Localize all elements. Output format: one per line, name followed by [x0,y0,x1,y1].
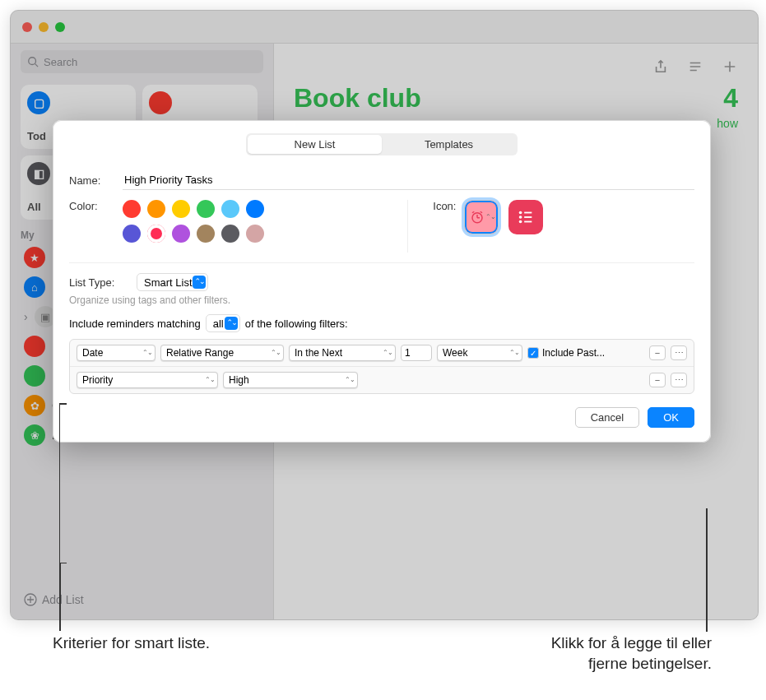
relative-select[interactable]: In the Next [289,345,396,361]
bullet-list-icon [517,208,535,226]
callout-right: Klikk for å legge til eller fjerne betin… [370,633,712,674]
svg-line-15 [480,211,482,213]
filter-table: Date Relative Range In the Next Week ✓ I… [69,339,694,394]
color-swatch-grey[interactable] [221,225,239,243]
svg-point-16 [519,211,522,215]
mode-select[interactable]: Relative Range [160,345,284,361]
callout-line [59,563,61,631]
condition-more-button[interactable]: ⋯ [671,373,687,387]
filter-row-priority: Priority High − ⋯ [70,367,694,393]
include-past-checkbox[interactable]: ✓ Include Past... [527,347,605,359]
name-label: Name: [69,174,114,187]
priority-value-select[interactable]: High [223,372,358,388]
color-swatches [123,200,287,243]
color-label: Color: [69,200,114,212]
color-swatch-yellow[interactable] [172,200,190,218]
svg-point-18 [519,220,522,224]
color-swatch-purple[interactable] [123,225,141,243]
list-type-label: List Type: [69,276,128,289]
svg-point-17 [519,216,522,219]
color-swatch-orange[interactable] [147,200,165,218]
field-select-priority[interactable]: Priority [77,372,218,388]
ok-button[interactable]: OK [648,407,694,428]
svg-line-14 [472,211,474,213]
filter-quantifier-select[interactable]: all [206,314,240,332]
color-swatch-red[interactable] [123,200,141,218]
color-swatch-violet[interactable] [172,225,190,243]
remove-condition-button[interactable]: − [649,373,666,387]
list-type-select[interactable]: Smart List [137,273,208,291]
filter-row-date: Date Relative Range In the Next Week ✓ I… [70,340,694,367]
new-list-modal: New List Templates Name: Color: [53,120,711,443]
modal-tabs: New List Templates [246,133,518,155]
color-swatch-pink[interactable] [147,225,165,243]
filter-suffix: of the following filters: [245,318,348,330]
number-input[interactable] [401,345,432,361]
color-swatch-brown[interactable] [197,225,215,243]
icon-label: Icon: [433,200,456,212]
icon-option-clock[interactable] [464,200,499,234]
callout-bracket-left [59,403,60,563]
tab-templates[interactable]: Templates [382,135,516,154]
filter-prefix: Include reminders matching [69,318,201,330]
tab-new-list[interactable]: New List [248,135,382,154]
callout-left: Kriterier for smart liste. [53,633,210,654]
condition-more-button[interactable]: ⋯ [671,345,687,360]
name-input[interactable] [123,170,694,190]
cancel-button[interactable]: Cancel [575,407,639,428]
unit-select[interactable]: Week [437,345,522,361]
checkbox-icon: ✓ [527,347,539,359]
alarm-clock-icon [470,206,485,228]
color-swatch-rose[interactable] [246,225,264,243]
callout-line [706,508,708,632]
color-swatch-blue[interactable] [246,200,264,218]
field-select-date[interactable]: Date [77,345,156,361]
icon-option-list[interactable] [508,200,543,234]
remove-condition-button[interactable]: − [649,345,666,360]
color-swatch-lightblue[interactable] [221,200,239,218]
color-swatch-green[interactable] [197,200,215,218]
list-type-description: Organize using tags and other filters. [69,294,694,306]
